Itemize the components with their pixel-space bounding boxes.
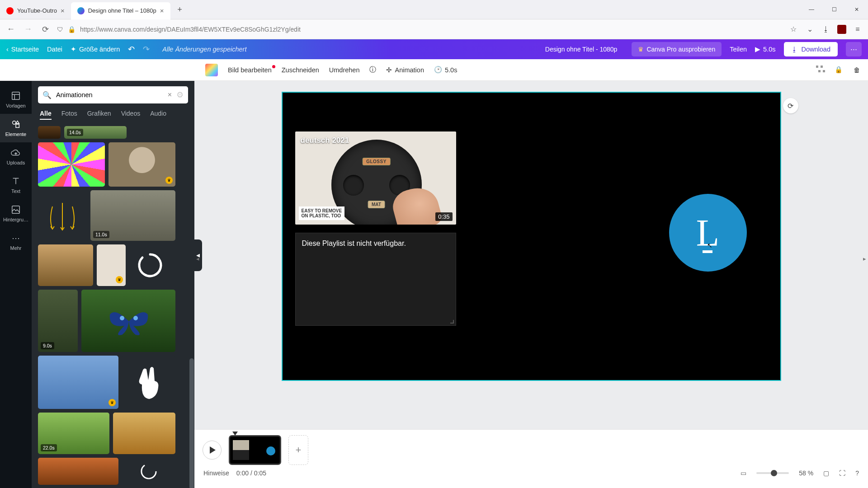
url-box[interactable]: 🛡 🔒 https://www.canva.com/design/DAEuIm3… [57, 26, 782, 33]
add-scene-button[interactable]: + [288, 435, 308, 465]
asset-thumb[interactable]: 9.0s [38, 290, 78, 352]
transparency-button[interactable] [816, 65, 826, 75]
asset-thumb[interactable]: ♛ [97, 244, 126, 286]
asset-thumb[interactable] [122, 356, 175, 409]
asset-thumb[interactable] [113, 413, 175, 454]
youtube-video-card[interactable]: deutsch 2021 GLOSSY MAT EASY TO REMOVE O… [295, 131, 456, 225]
search-box[interactable]: 🔍 × ⚙ [38, 86, 188, 103]
zoom-slider[interactable] [756, 472, 789, 474]
undo-button[interactable]: ↶ [128, 44, 135, 54]
download-button[interactable]: ⭳ Download [784, 42, 838, 56]
youtube-playlist-card[interactable]: Diese Playlist ist nicht verfügbar. [295, 233, 456, 326]
flip-button[interactable]: Umdrehen [329, 66, 360, 74]
color-picker-swatch[interactable] [205, 64, 218, 76]
design-page[interactable]: ⟳ deutsch 2021 GLOSSY MAT EASY TO REMOVE… [282, 92, 781, 381]
more-menu-button[interactable]: ⋯ [846, 42, 862, 56]
new-tab-button[interactable]: + [173, 3, 187, 16]
forward-button[interactable]: → [23, 24, 33, 35]
asset-thumb[interactable]: 11.0s [90, 190, 175, 241]
redo-button[interactable]: ↷ [143, 44, 150, 54]
filter-tabs: Alle Fotos Grafiken Videos Audio [32, 107, 194, 123]
rail-uploads[interactable]: Uploads [0, 142, 32, 171]
scene-thumb[interactable] [229, 435, 281, 465]
tab-photos[interactable]: Fotos [61, 110, 77, 120]
prev-page-button[interactable]: ◂ [196, 255, 199, 262]
resize-menu[interactable]: ✦ Größe ändern [71, 46, 120, 53]
duration-button[interactable]: 🕑 5.0s [434, 66, 457, 74]
search-input[interactable] [56, 91, 163, 99]
close-window-button[interactable]: ✕ [845, 0, 868, 19]
document-title[interactable]: Design ohne Titel - 1080p [545, 46, 618, 53]
clear-search-button[interactable]: × [168, 91, 172, 99]
caption-line-1: EASY TO REMOVE [302, 208, 342, 213]
downloads-icon[interactable]: ⭳ [821, 24, 831, 34]
close-tab-button[interactable]: × [61, 7, 65, 14]
rail-background[interactable]: Hintergru… [0, 199, 32, 228]
browser-tab-canva[interactable]: Design ohne Titel – 1080p × [71, 2, 170, 19]
svg-point-11 [142, 464, 156, 479]
rail-text[interactable]: Text [0, 171, 32, 199]
mat-label: MAT [368, 201, 385, 208]
filter-button[interactable]: ⚙ [176, 90, 184, 100]
share-button[interactable]: Teilen [730, 46, 747, 53]
delete-button[interactable]: 🗑 [852, 65, 862, 75]
zoom-knob[interactable] [771, 470, 777, 476]
pro-badge-icon: ♛ [108, 399, 116, 406]
channel-avatar[interactable]: L [669, 194, 747, 272]
rail-label: Text [11, 188, 20, 194]
asset-thumb[interactable] [38, 458, 118, 485]
rail-templates[interactable]: Vorlagen [0, 85, 32, 114]
reload-button[interactable]: ⟳ [40, 24, 51, 35]
animation-button[interactable]: ✢ Animation [386, 66, 424, 74]
pocket-icon[interactable]: ⌄ [805, 24, 815, 34]
tab-all[interactable]: Alle [40, 110, 52, 120]
asset-thumb[interactable] [38, 190, 87, 241]
rail-label: Hintergru… [3, 217, 28, 222]
tab-graphics[interactable]: Grafiken [87, 110, 111, 120]
minimize-button[interactable]: — [800, 0, 823, 19]
panel-scroll-thumb[interactable] [189, 358, 194, 488]
play-button[interactable] [203, 441, 222, 460]
asset-thumb[interactable]: ♛ [38, 356, 118, 409]
fullscreen-button[interactable]: ⛶ [839, 469, 845, 477]
help-button[interactable]: ? [855, 469, 859, 477]
next-page-button[interactable]: ▸ [863, 255, 866, 262]
regenerate-button[interactable]: ⟳ [783, 98, 798, 113]
asset-thumb[interactable] [81, 290, 175, 352]
file-menu[interactable]: Datei [47, 46, 62, 53]
panel-scrollbar[interactable] [189, 123, 194, 488]
asset-thumb[interactable] [38, 126, 61, 139]
rail-elements[interactable]: Elemente [0, 114, 32, 142]
asset-thumb[interactable]: 22.0s [38, 413, 109, 454]
asset-thumb[interactable] [129, 244, 171, 286]
window-controls: — ☐ ✕ [800, 0, 868, 19]
tab-videos[interactable]: Videos [121, 110, 141, 120]
tab-audio[interactable]: Audio [150, 110, 166, 120]
present-button[interactable]: ▶ 5.0s [755, 46, 775, 53]
asset-thumb[interactable] [122, 458, 175, 485]
pages-view-button[interactable]: ▢ [823, 469, 829, 477]
home-button[interactable]: ‹ Startseite [6, 46, 39, 53]
browser-tab-youtube[interactable]: YouTube-Outro × [0, 2, 71, 19]
asset-thumb[interactable] [38, 244, 93, 286]
crop-button[interactable]: Zuschneiden [282, 66, 319, 74]
rail-more[interactable]: ⋯ Mehr [0, 228, 32, 256]
bookmark-star-icon[interactable]: ☆ [788, 24, 798, 34]
results-grid: 14.0s ♛ 11.0s ♛ 9.0s [32, 123, 194, 488]
lock-button[interactable]: 🔒 [834, 65, 844, 75]
duration-badge: 11.0s [93, 231, 109, 238]
asset-thumb[interactable]: ♛ [108, 142, 175, 187]
edit-image-button[interactable]: Bild bearbeiten [228, 66, 272, 74]
ublock-icon[interactable] [837, 25, 846, 34]
info-icon: ⓘ [369, 66, 376, 74]
asset-thumb[interactable] [38, 142, 105, 187]
notes-button[interactable]: Hinweise [203, 469, 229, 477]
try-pro-button[interactable]: ♛ Canva Pro ausprobieren [632, 42, 722, 56]
grid-view-button[interactable]: ▭ [741, 469, 746, 477]
back-button[interactable]: ← [5, 24, 16, 35]
info-button[interactable]: ⓘ [369, 66, 376, 74]
maximize-button[interactable]: ☐ [823, 0, 845, 19]
close-tab-button[interactable]: × [160, 7, 164, 14]
hamburger-menu-icon[interactable]: ≡ [853, 24, 863, 34]
asset-thumb[interactable]: 14.0s [64, 126, 127, 139]
